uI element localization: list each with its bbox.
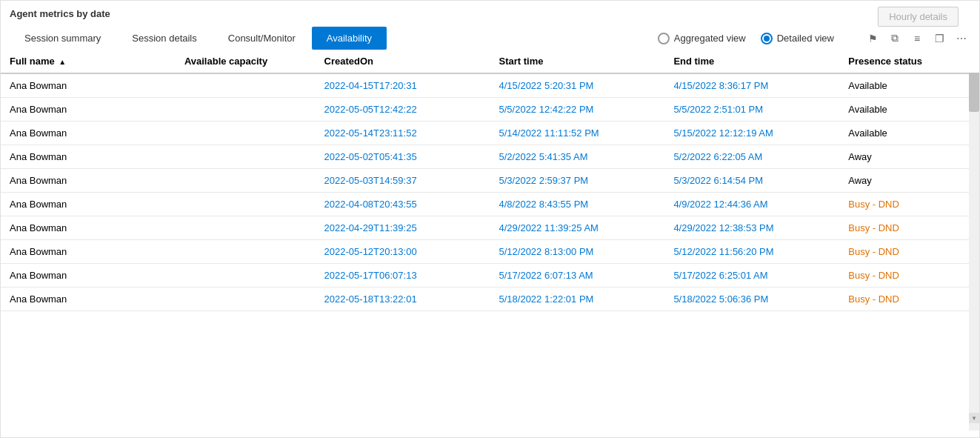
scrollbar-bottom-arrow[interactable]: ▼ xyxy=(969,413,979,423)
cell-presence: Away xyxy=(839,145,979,169)
cell-capacity xyxy=(176,216,316,240)
cell-endtime: 4/9/2022 12:44:36 AM xyxy=(664,193,839,216)
col-header-starttime[interactable]: Start time xyxy=(490,50,664,73)
tab-session-details[interactable]: Session details xyxy=(117,27,211,50)
tab-session-summary[interactable]: Session summary xyxy=(10,27,116,50)
tab-availability[interactable]: Availability xyxy=(312,27,387,50)
cell-endtime: 5/3/2022 6:14:54 PM xyxy=(664,169,839,193)
cell-capacity xyxy=(176,73,316,98)
cell-starttime: 4/8/2022 8:43:55 PM xyxy=(490,193,664,216)
cell-endtime: 5/5/2022 2:51:01 PM xyxy=(664,98,839,122)
cell-starttime: 5/5/2022 12:42:22 PM xyxy=(490,98,664,122)
copy-icon[interactable]: ⧉ xyxy=(886,30,904,47)
cell-fullname: Ana Bowman xyxy=(1,288,176,311)
cell-presence: Available xyxy=(839,98,979,122)
cell-starttime: 4/15/2022 5:20:31 PM xyxy=(490,73,664,98)
scrollbar-track[interactable]: ▼ xyxy=(969,67,979,431)
cell-fullname: Ana Bowman xyxy=(1,240,176,264)
cell-starttime: 5/14/2022 11:11:52 PM xyxy=(490,122,664,145)
table-row: Ana Bowman2022-05-02T05:41:355/2/2022 5:… xyxy=(1,145,979,169)
scrollbar-thumb[interactable] xyxy=(969,67,979,112)
cell-createdon: 2022-05-17T06:07:13 xyxy=(316,264,490,288)
detailed-radio[interactable] xyxy=(761,33,773,44)
table-row: Ana Bowman2022-04-29T11:39:254/29/2022 1… xyxy=(1,216,979,240)
table-row: Ana Bowman2022-05-18T13:22:015/18/2022 1… xyxy=(1,288,979,311)
detailed-radio-fill xyxy=(764,36,770,42)
cell-presence: Away xyxy=(839,169,979,193)
tab-consult-monitor[interactable]: Consult/Monitor xyxy=(213,27,310,50)
cell-starttime: 5/18/2022 1:22:01 PM xyxy=(490,288,664,311)
col-header-createdon[interactable]: CreatedOn xyxy=(316,50,490,73)
cell-createdon: 2022-05-03T14:59:37 xyxy=(316,169,490,193)
cell-createdon: 2022-05-14T23:11:52 xyxy=(316,122,490,145)
filter-icon[interactable]: ≡ xyxy=(908,30,926,47)
cell-fullname: Ana Bowman xyxy=(1,122,176,145)
table-row: Ana Bowman2022-05-12T20:13:005/12/2022 8… xyxy=(1,240,979,264)
cell-createdon: 2022-05-12T20:13:00 xyxy=(316,240,490,264)
cell-presence: Busy - DND xyxy=(839,193,979,216)
cell-createdon: 2022-05-18T13:22:01 xyxy=(316,288,490,311)
cell-capacity xyxy=(176,122,316,145)
tab-bar: Session summary Session details Consult/… xyxy=(10,27,387,50)
cell-starttime: 5/2/2022 5:41:35 AM xyxy=(490,145,664,169)
table-row: Ana Bowman2022-05-03T14:59:375/3/2022 2:… xyxy=(1,169,979,193)
data-table: Full name ▲ Available capacity CreatedOn… xyxy=(1,50,979,311)
table-row: Ana Bowman2022-04-08T20:43:554/8/2022 8:… xyxy=(1,193,979,216)
cell-endtime: 5/18/2022 5:06:36 PM xyxy=(664,288,839,311)
cell-createdon: 2022-04-29T11:39:25 xyxy=(316,216,490,240)
cell-endtime: 5/17/2022 6:25:01 AM xyxy=(664,264,839,288)
table-row: Ana Bowman2022-05-17T06:07:135/17/2022 6… xyxy=(1,264,979,288)
view-options: Aggregated view Detailed view ⚑ ⧉ ≡ ❐ ⋯ xyxy=(658,30,970,47)
page-title: Agent metrics by date xyxy=(10,8,970,19)
cell-capacity xyxy=(176,193,316,216)
cell-fullname: Ana Bowman xyxy=(1,73,176,98)
cell-presence: Busy - DND xyxy=(839,240,979,264)
cell-starttime: 5/17/2022 6:07:13 AM xyxy=(490,264,664,288)
cell-fullname: Ana Bowman xyxy=(1,193,176,216)
aggregated-view-label: Aggregated view xyxy=(674,33,746,44)
col-header-endtime[interactable]: End time xyxy=(664,50,839,73)
cell-endtime: 5/2/2022 6:22:05 AM xyxy=(664,145,839,169)
aggregated-view-option[interactable]: Aggregated view xyxy=(658,33,746,44)
col-header-capacity[interactable]: Available capacity xyxy=(176,50,316,73)
detailed-view-option[interactable]: Detailed view xyxy=(761,33,834,44)
cell-presence: Busy - DND xyxy=(839,216,979,240)
cell-presence: Busy - DND xyxy=(839,288,979,311)
aggregated-radio[interactable] xyxy=(658,33,670,44)
cell-endtime: 4/15/2022 8:36:17 PM xyxy=(664,73,839,98)
cell-createdon: 2022-04-08T20:43:55 xyxy=(316,193,490,216)
tabs-and-options: Session summary Session details Consult/… xyxy=(10,27,970,50)
cell-capacity xyxy=(176,288,316,311)
cell-endtime: 5/12/2022 11:56:20 PM xyxy=(664,240,839,264)
cell-starttime: 5/12/2022 8:13:00 PM xyxy=(490,240,664,264)
cell-presence: Busy - DND xyxy=(839,264,979,288)
cell-endtime: 5/15/2022 12:12:19 AM xyxy=(664,122,839,145)
table-row: Ana Bowman2022-05-05T12:42:225/5/2022 12… xyxy=(1,98,979,122)
cell-capacity xyxy=(176,169,316,193)
cell-presence: Available xyxy=(839,122,979,145)
cell-endtime: 4/29/2022 12:38:53 PM xyxy=(664,216,839,240)
table-row: Ana Bowman2022-05-14T23:11:525/14/2022 1… xyxy=(1,122,979,145)
expand-icon[interactable]: ❐ xyxy=(930,30,948,47)
cell-capacity xyxy=(176,264,316,288)
cell-fullname: Ana Bowman xyxy=(1,145,176,169)
cell-fullname: Ana Bowman xyxy=(1,98,176,122)
cell-capacity xyxy=(176,145,316,169)
col-header-fullname[interactable]: Full name ▲ xyxy=(1,50,176,73)
table-header-row: Full name ▲ Available capacity CreatedOn… xyxy=(1,50,979,73)
more-icon[interactable]: ⋯ xyxy=(953,30,970,47)
col-header-presence[interactable]: Presence status xyxy=(839,50,979,73)
cell-capacity xyxy=(176,240,316,264)
cell-presence: Available xyxy=(839,73,979,98)
cell-createdon: 2022-05-05T12:42:22 xyxy=(316,98,490,122)
hourly-details-button[interactable]: Hourly details xyxy=(878,7,959,27)
toolbar-icons: ⚑ ⧉ ≡ ❐ ⋯ xyxy=(864,30,970,47)
cell-starttime: 5/3/2022 2:59:37 PM xyxy=(490,169,664,193)
cell-fullname: Ana Bowman xyxy=(1,169,176,193)
cell-createdon: 2022-05-02T05:41:35 xyxy=(316,145,490,169)
main-container: Hourly details Agent metrics by date Ses… xyxy=(0,0,980,438)
cell-starttime: 4/29/2022 11:39:25 AM xyxy=(490,216,664,240)
detailed-view-label: Detailed view xyxy=(777,33,834,44)
bookmark-icon[interactable]: ⚑ xyxy=(864,30,881,47)
cell-fullname: Ana Bowman xyxy=(1,216,176,240)
